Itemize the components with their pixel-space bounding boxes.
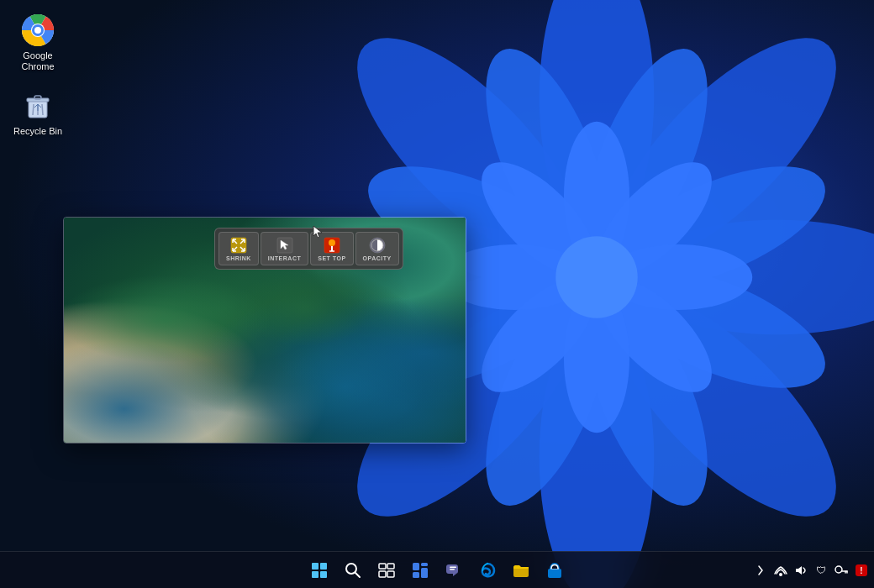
svg-line-61	[355, 573, 360, 577]
chrome-icon	[21, 13, 55, 47]
taskbar: 🛡 !	[0, 551, 874, 588]
svg-rect-74	[548, 569, 561, 578]
shrink-label: SHRINK	[226, 255, 251, 261]
svg-point-29	[34, 27, 41, 34]
svg-point-60	[346, 564, 356, 574]
desktop-icons: Google Chrome	[0, 0, 76, 151]
svg-point-77	[835, 566, 842, 573]
chrome-icon-desktop[interactable]: Google Chrome	[8, 8, 67, 77]
recycle-bin-label: Recycle Bin	[13, 126, 62, 137]
taskbar-widgets-button[interactable]	[404, 554, 436, 586]
svg-rect-57	[320, 563, 327, 570]
shrink-icon	[229, 236, 248, 255]
taskbar-center	[303, 554, 571, 586]
taskbar-task-view-button[interactable]	[371, 554, 403, 586]
shrink-button[interactable]: SHRINK	[218, 232, 259, 265]
interact-icon	[276, 236, 294, 255]
mouse-cursor	[312, 224, 325, 238]
svg-point-24	[555, 236, 638, 318]
tray-key-icon[interactable]	[832, 554, 850, 586]
recycle-bin-icon	[21, 89, 55, 123]
svg-rect-59	[320, 571, 327, 578]
search-taskbar-icon	[344, 561, 362, 580]
floating-window[interactable]: SHRINK INTERACT	[63, 217, 466, 444]
tray-network-icon[interactable]	[771, 554, 790, 586]
file-explorer-icon	[512, 561, 530, 580]
interact-button[interactable]: INTERACT	[261, 232, 308, 265]
taskbar-search-button[interactable]	[337, 554, 369, 586]
system-tray: 🛡 !	[751, 554, 871, 586]
svg-rect-64	[379, 571, 386, 577]
tray-volume-icon[interactable]	[792, 554, 810, 586]
task-view-icon	[377, 561, 396, 580]
set-top-icon	[323, 236, 341, 255]
opacity-button[interactable]: OPACITY	[355, 232, 399, 265]
svg-rect-56	[312, 563, 319, 570]
svg-rect-62	[379, 564, 386, 569]
edge-icon	[478, 561, 497, 580]
tray-security-icon[interactable]: 🛡	[812, 554, 830, 586]
opacity-label: OPACITY	[363, 255, 392, 261]
window-toolbar: SHRINK INTERACT	[214, 228, 403, 270]
svg-rect-69	[413, 572, 419, 578]
svg-text:!: !	[860, 566, 862, 575]
tray-chevron[interactable]	[751, 554, 770, 586]
svg-rect-58	[312, 571, 319, 578]
windows-logo-icon	[310, 561, 329, 580]
svg-rect-71	[450, 569, 455, 570]
taskbar-edge-button[interactable]	[471, 554, 503, 586]
start-button[interactable]	[303, 554, 335, 586]
svg-line-35	[42, 104, 43, 115]
recycle-bin-desktop[interactable]: Recycle Bin	[8, 84, 67, 142]
taskbar-explorer-button[interactable]	[505, 554, 537, 586]
svg-rect-63	[387, 564, 394, 569]
widgets-icon	[411, 561, 429, 580]
svg-rect-72	[450, 566, 456, 568]
set-top-label: SET TOP	[318, 255, 345, 261]
svg-line-33	[33, 104, 34, 115]
svg-rect-68	[421, 568, 428, 578]
opacity-icon	[368, 236, 387, 255]
svg-rect-32	[34, 96, 41, 99]
tray-alert-icon[interactable]: !	[852, 554, 871, 586]
svg-rect-66	[413, 563, 419, 570]
taskbar-store-button[interactable]	[539, 554, 571, 586]
svg-point-51	[329, 239, 335, 246]
interact-label: INTERACT	[268, 255, 301, 261]
desktop: Google Chrome	[0, 0, 874, 588]
taskbar-chat-button[interactable]	[438, 554, 470, 586]
svg-point-76	[779, 573, 782, 576]
svg-rect-65	[387, 571, 394, 577]
chat-icon	[445, 561, 463, 580]
svg-rect-67	[421, 563, 428, 566]
svg-rect-75	[550, 569, 559, 570]
store-icon	[545, 561, 564, 580]
chrome-label: Google Chrome	[21, 50, 54, 72]
